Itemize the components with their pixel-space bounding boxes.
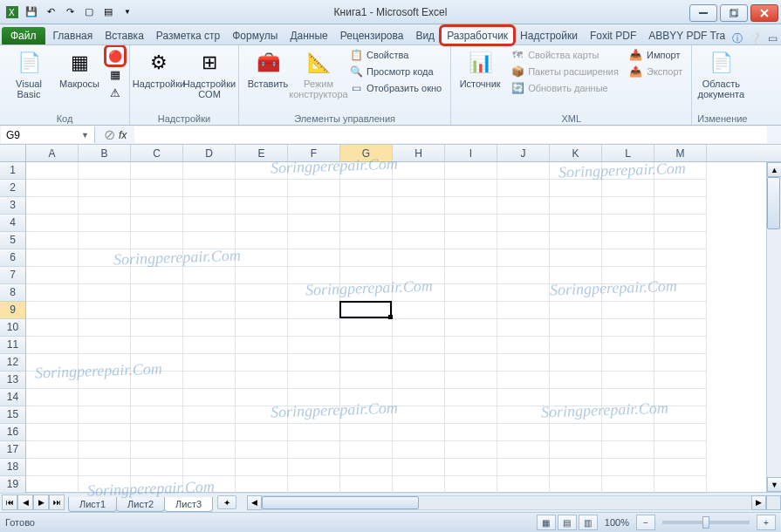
row-header[interactable]: 16 [0, 424, 26, 441]
zoom-out-button[interactable]: − [636, 515, 655, 530]
record-macro-button[interactable]: 🔴 [106, 47, 124, 65]
cell[interactable] [393, 162, 445, 180]
minimize-button[interactable] [689, 4, 717, 22]
cell[interactable] [654, 215, 707, 232]
sheet-last-button[interactable]: ⏭ [49, 494, 65, 510]
cell[interactable] [183, 389, 236, 406]
column-header[interactable]: D [183, 145, 236, 161]
cell[interactable] [497, 302, 550, 319]
cell[interactable] [497, 162, 550, 180]
row-header[interactable]: 6 [0, 249, 26, 267]
cell[interactable] [497, 197, 550, 215]
cell[interactable] [654, 302, 707, 319]
cell[interactable] [550, 180, 602, 197]
row-header[interactable]: 17 [0, 441, 26, 459]
cell[interactable] [183, 197, 236, 215]
sheet-tab[interactable]: Лист3 [164, 497, 213, 512]
cell[interactable] [445, 372, 497, 389]
cell[interactable] [79, 354, 131, 372]
ribbon-tab-разметка стр[interactable]: Разметка стр [150, 26, 226, 44]
insert-controls-button[interactable]: 🧰 Вставить [244, 47, 291, 89]
zoom-thumb[interactable] [702, 516, 709, 529]
cell[interactable] [602, 406, 654, 424]
cell[interactable] [131, 319, 183, 337]
cell[interactable] [340, 162, 393, 180]
row-header[interactable]: 10 [0, 319, 26, 337]
cell[interactable] [183, 406, 236, 424]
cell[interactable] [183, 249, 236, 267]
cell[interactable] [445, 354, 497, 372]
cell[interactable] [340, 354, 393, 372]
sheet-next-button[interactable]: ▶ [33, 494, 49, 510]
cell[interactable] [445, 284, 497, 302]
cell[interactable] [550, 215, 602, 232]
cell[interactable] [288, 215, 340, 232]
cell[interactable] [602, 476, 654, 494]
cell[interactable] [79, 337, 131, 354]
cell[interactable] [183, 337, 236, 354]
cell[interactable] [654, 389, 707, 406]
cell[interactable] [497, 180, 550, 197]
cell[interactable] [445, 232, 497, 249]
cell[interactable] [131, 197, 183, 215]
cell[interactable] [445, 197, 497, 215]
scroll-right-button[interactable]: ▶ [751, 495, 766, 510]
sheet-first-button[interactable]: ⏮ [2, 494, 17, 510]
cell[interactable] [497, 459, 550, 476]
row-header[interactable]: 4 [0, 215, 26, 232]
cell[interactable] [79, 459, 131, 476]
cell[interactable] [236, 249, 288, 267]
cell[interactable] [654, 267, 707, 284]
cell[interactable] [340, 389, 393, 406]
cell[interactable] [497, 267, 550, 284]
row-header[interactable]: 15 [0, 406, 26, 424]
cell[interactable] [497, 319, 550, 337]
cell[interactable] [602, 162, 654, 180]
cell[interactable] [131, 267, 183, 284]
fx-icon[interactable]: fx [119, 129, 127, 141]
cell[interactable] [393, 284, 445, 302]
page-break-view-button[interactable]: ▥ [579, 515, 598, 530]
cell[interactable] [79, 319, 131, 337]
cell[interactable] [79, 162, 131, 180]
cell[interactable] [393, 476, 445, 494]
cell[interactable] [550, 284, 602, 302]
cell[interactable] [131, 302, 183, 319]
cell[interactable] [602, 249, 654, 267]
cell[interactable] [445, 249, 497, 267]
cell[interactable] [654, 319, 707, 337]
undo-icon[interactable]: ↶ [42, 3, 59, 21]
row-header[interactable]: 7 [0, 267, 26, 284]
addins-button[interactable]: ⚙ Надстройки [135, 47, 182, 89]
cell[interactable] [26, 406, 79, 424]
cell[interactable] [131, 459, 183, 476]
cell[interactable] [183, 459, 236, 476]
column-header[interactable]: J [497, 145, 550, 161]
cell[interactable] [183, 319, 236, 337]
row-header[interactable]: 2 [0, 180, 26, 197]
scroll-down-button[interactable]: ▼ [767, 477, 781, 492]
cell[interactable] [288, 162, 340, 180]
cell[interactable] [79, 197, 131, 215]
cell[interactable] [183, 267, 236, 284]
scroll-thumb-horizontal[interactable] [262, 496, 419, 509]
xml-source-button[interactable]: 📊 Источник [456, 47, 504, 89]
cell[interactable] [26, 354, 79, 372]
cell[interactable] [183, 232, 236, 249]
minimize-ribbon-icon[interactable]: ⓘ [731, 32, 743, 44]
ribbon-tab-формулы[interactable]: Формулы [226, 26, 284, 44]
column-header[interactable]: K [550, 145, 602, 161]
cell[interactable] [236, 337, 288, 354]
cell[interactable] [393, 319, 445, 337]
cell[interactable] [131, 389, 183, 406]
sheet-prev-button[interactable]: ◀ [17, 494, 33, 510]
cell[interactable] [26, 302, 79, 319]
cell[interactable] [288, 424, 340, 441]
cell[interactable] [340, 476, 393, 494]
cell[interactable] [497, 354, 550, 372]
cell[interactable] [340, 459, 393, 476]
com-addins-button[interactable]: ⊞ Надстройки COM [186, 47, 233, 99]
zoom-in-button[interactable]: + [757, 515, 776, 530]
cell[interactable] [79, 284, 131, 302]
cell[interactable] [497, 476, 550, 494]
